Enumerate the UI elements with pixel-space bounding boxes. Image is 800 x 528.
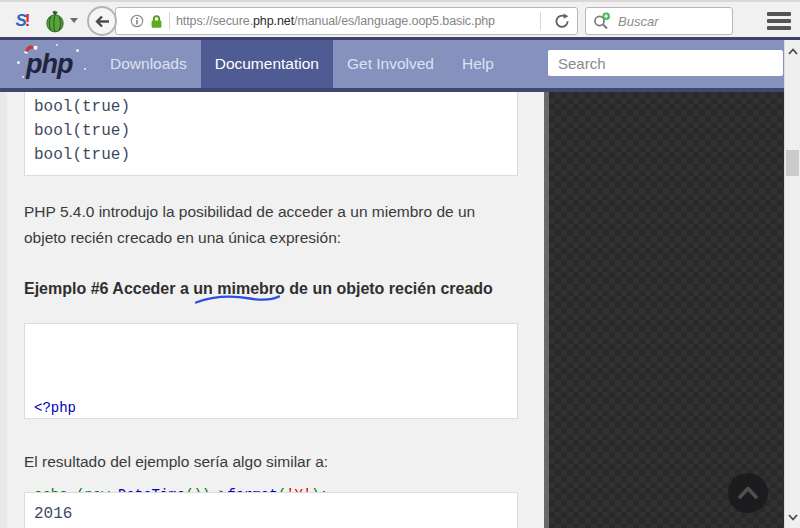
reload-icon xyxy=(554,13,570,29)
scrollbar-thumb[interactable] xyxy=(786,150,799,176)
browser-search-box[interactable] xyxy=(585,7,733,35)
tor-browser-window: S! xyxy=(0,0,800,528)
reload-button[interactable] xyxy=(547,8,577,34)
result-intro-paragraph: El resultado del ejemplo sería algo simi… xyxy=(24,449,516,475)
code-line: <?php xyxy=(34,394,517,423)
menu-bar xyxy=(767,26,791,30)
url-bar[interactable]: https://secure.php.net/manual/es/languag… xyxy=(115,7,578,35)
url-scheme: https://secure. xyxy=(176,14,253,28)
output-block-bottom: 2016 xyxy=(24,492,518,528)
nav-item-downloads[interactable]: Downloads xyxy=(96,40,201,88)
paragraph: PHP 5.4.0 introdujo la posibilidad de ac… xyxy=(24,199,516,251)
url-path: /manual/es/language.oop5.basic.php xyxy=(294,14,495,28)
phpnet-navbar: php Downloads Documentation Get Involved… xyxy=(0,40,800,88)
page-content: bool(true) bool(true) bool(true) PHP 5.4… xyxy=(0,92,784,528)
phpnet-search-input[interactable] xyxy=(548,50,783,76)
scroll-to-top-button[interactable] xyxy=(728,473,768,513)
snowflake xyxy=(76,49,79,52)
url-domain: php.net xyxy=(253,14,294,28)
chevron-up-icon xyxy=(728,473,768,513)
page-info-icon[interactable] xyxy=(130,14,144,28)
menu-bar xyxy=(767,12,791,16)
menu-bar xyxy=(767,19,791,23)
url-text[interactable]: https://secure.php.net/manual/es/languag… xyxy=(176,14,495,28)
https-lock-icon[interactable] xyxy=(150,14,163,29)
noscript-s: S xyxy=(15,11,24,31)
snowflake xyxy=(22,76,24,78)
dark-side-panel xyxy=(549,92,784,528)
snowflake xyxy=(56,44,58,46)
back-arrow-icon xyxy=(94,15,111,28)
noscript-bang: ! xyxy=(25,11,29,31)
php-logo[interactable]: php xyxy=(26,49,82,83)
onion-glyph xyxy=(44,10,66,33)
noscript-addon-icon[interactable]: S! xyxy=(10,9,34,33)
output-line: bool(true) xyxy=(34,143,517,167)
nav-item-get-involved[interactable]: Get Involved xyxy=(333,40,448,88)
back-button[interactable] xyxy=(87,6,117,36)
menu-button[interactable] xyxy=(766,11,792,31)
search-engine-icon[interactable] xyxy=(592,12,612,30)
scrollbar-down-arrow[interactable] xyxy=(788,513,798,521)
urlbar-separator2 xyxy=(540,12,541,30)
php-code-block: <?php echo (new DateTime())->format('Y')… xyxy=(24,323,518,419)
browser-toolbar: S! xyxy=(0,0,800,37)
nav-item-documentation[interactable]: Documentation xyxy=(201,40,333,88)
output-block-top: bool(true) bool(true) bool(true) xyxy=(24,92,518,176)
snowflake xyxy=(84,68,86,70)
snowflake xyxy=(17,61,20,64)
browser-search-input[interactable] xyxy=(616,13,720,30)
blue-underline-annotation xyxy=(194,292,282,306)
urlbar-separator xyxy=(169,12,170,30)
santa-hat-icon xyxy=(23,42,39,55)
nav-menu: Downloads Documentation Get Involved Hel… xyxy=(96,40,508,88)
scrollbar-up-arrow[interactable] xyxy=(788,48,798,56)
nav-item-help[interactable]: Help xyxy=(448,40,508,88)
output-line: 2016 xyxy=(34,502,517,526)
page-scrollbar[interactable] xyxy=(784,40,800,528)
output-line: bool(true) xyxy=(34,95,517,119)
window-left-edge xyxy=(0,92,7,528)
output-line: bool(true) xyxy=(34,119,517,143)
tor-onion-icon[interactable] xyxy=(43,9,67,33)
tor-dropdown-caret[interactable] xyxy=(70,18,78,23)
